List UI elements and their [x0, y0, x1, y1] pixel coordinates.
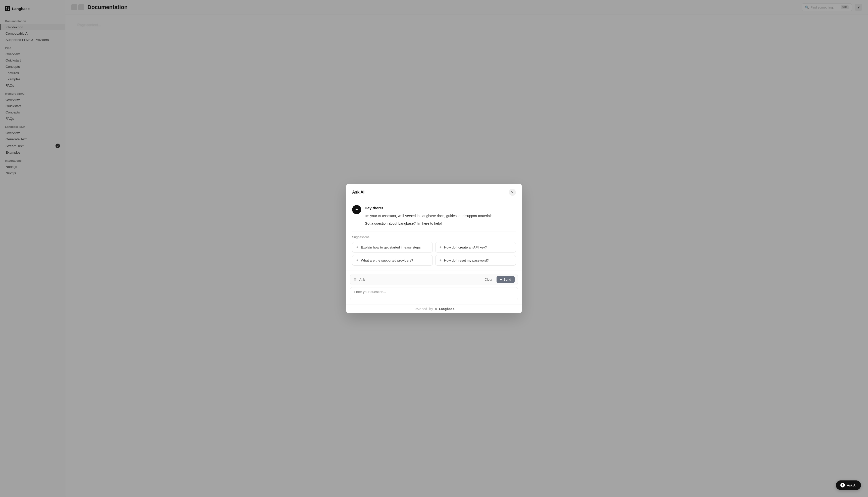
suggestion-text: How do I reset my password? — [444, 258, 489, 262]
suggestion-text: How do I create an API key? — [444, 245, 487, 249]
modal-divider — [352, 231, 516, 231]
suggestions-label: Suggestions — [352, 236, 516, 239]
ask-ai-fab[interactable]: 1 Ask AI — [836, 480, 861, 490]
modal-body: ✦ Hey there! I'm your AI assistant, well… — [346, 200, 522, 271]
suggestion-card-s2[interactable]: ✦How do I create an API key? — [435, 242, 516, 253]
suggestions-grid: ✦Explain how to get started in easy step… — [352, 242, 516, 266]
ai-greeting: ✦ Hey there! I'm your AI assistant, well… — [352, 205, 516, 226]
modal-header: Ask AI ✕ — [346, 184, 522, 200]
modal-overlay[interactable]: Ask AI ✕ ✦ Hey there! I'm your AI assist… — [0, 0, 868, 497]
ask-bar: ☰ Ask Clear ↵ Send — [350, 274, 518, 285]
fab-label: Ask AI — [847, 483, 856, 487]
suggestion-card-s3[interactable]: ✦What are the supported providers? — [352, 255, 433, 266]
footer-text: Powered by — [414, 307, 433, 311]
suggestion-text: Explain how to get started in easy steps — [361, 245, 421, 249]
ask-bar-label: Ask — [359, 278, 480, 282]
modal-close-button[interactable]: ✕ — [509, 189, 516, 196]
ask-bar-actions: Clear ↵ Send — [483, 276, 515, 283]
question-input[interactable] — [350, 287, 518, 300]
modal-title: Ask AI — [352, 190, 364, 195]
modal-footer: Powered by ⌘ Langbase — [346, 304, 522, 313]
ask-bar-icon: ☰ — [353, 278, 356, 282]
ai-avatar: ✦ — [352, 205, 361, 214]
send-label: Send — [504, 278, 511, 281]
clear-button[interactable]: Clear — [483, 276, 494, 282]
suggestion-sparkle-icon: ✦ — [356, 245, 359, 249]
fab-badge: 1 — [840, 483, 845, 487]
ai-message: Hey there! I'm your AI assistant, well-v… — [365, 205, 516, 226]
suggestion-sparkle-icon: ✦ — [439, 258, 442, 262]
suggestion-sparkle-icon: ✦ — [439, 245, 442, 249]
greeting-line2: Got a question about Langbase? I'm here … — [365, 221, 516, 226]
suggestion-card-s1[interactable]: ✦Explain how to get started in easy step… — [352, 242, 433, 253]
ai-avatar-icon: ✦ — [355, 207, 359, 212]
suggestion-text: What are the supported providers? — [361, 258, 413, 262]
footer-brand: ⌘ Langbase — [435, 307, 454, 311]
modal-input-area: ☰ Ask Clear ↵ Send — [346, 271, 522, 304]
greeting-heading: Hey there! — [365, 205, 516, 211]
greeting-line1: I'm your AI assistant, well-versed in La… — [365, 213, 516, 218]
suggestion-card-s4[interactable]: ✦How do I reset my password? — [435, 255, 516, 266]
send-icon: ↵ — [500, 278, 502, 281]
ask-ai-modal: Ask AI ✕ ✦ Hey there! I'm your AI assist… — [346, 184, 522, 313]
suggestion-sparkle-icon: ✦ — [356, 258, 359, 262]
send-button[interactable]: ↵ Send — [496, 276, 515, 283]
